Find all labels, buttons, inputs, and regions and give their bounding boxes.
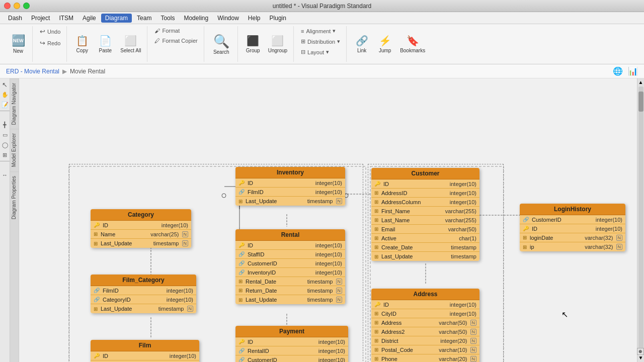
col-icon: ⊞ <box>374 338 378 343</box>
menu-dash[interactable]: Dash <box>4 14 26 23</box>
table-film-body: 🔑IDinteger(10) ⊞LanguageIDinteger(10) ⊞T… <box>91 351 199 362</box>
format-copier-label: Format Copier <box>162 38 197 44</box>
sidebar-fk-tool[interactable]: ↔ <box>1 171 9 179</box>
paste-button[interactable]: 📄 Paste <box>94 27 116 61</box>
bookmarks-button[interactable]: 🔖 Bookmarks <box>397 27 428 61</box>
pk-icon: 🔑 <box>374 181 380 187</box>
pk-icon: 🔑 <box>238 339 245 344</box>
table-category-header: Category <box>91 209 191 221</box>
group-button[interactable]: ⬛ Group <box>242 27 264 61</box>
paste-icon: 📄 <box>99 35 112 47</box>
distribution-button[interactable]: ⊞ Distribution ▾ <box>298 37 343 46</box>
toolbar-icon-right1[interactable]: 🌐 <box>613 66 623 76</box>
col-icon: ⊞ <box>374 226 378 232</box>
undo-button[interactable]: ↩ Undo <box>37 26 63 37</box>
col-icon: ⊞ <box>374 347 378 352</box>
close-button[interactable] <box>4 3 11 9</box>
link-label: Link <box>357 48 366 53</box>
menu-itsm[interactable]: ITSM <box>55 14 77 23</box>
fk-icon: 🔗 <box>238 269 245 275</box>
sidebar-hand-tool[interactable]: ✋ <box>1 90 9 99</box>
col-icon: ⊞ <box>374 217 378 223</box>
table-payment[interactable]: Payment 🔑IDinteger(10) 🔗RentalIDinteger(… <box>235 326 348 362</box>
scroll-thumb[interactable] <box>638 92 643 112</box>
menu-window[interactable]: Window <box>213 14 243 23</box>
scroll-down[interactable]: ▼ <box>638 355 644 361</box>
layout-button[interactable]: ⊟ Layout ▾ <box>298 47 332 57</box>
format-copier-button[interactable]: 🖊 Format Copier <box>151 36 200 45</box>
link-button[interactable]: 🔗 Link <box>351 27 373 61</box>
table-film-category[interactable]: Film_Category 🔗FilmIDinteger(10) 🔗Catego… <box>91 275 196 313</box>
jump-button[interactable]: ⚡ Jump <box>374 27 396 61</box>
toolbar-icon-right2[interactable]: 📊 <box>628 66 638 76</box>
menu-project[interactable]: Project <box>27 14 54 23</box>
scroll-up[interactable]: ▲ <box>638 79 644 85</box>
sidebar-ellipse-tool[interactable]: ◯ <box>1 141 9 149</box>
copy-label: Copy <box>76 48 88 53</box>
panel-tab-diagram-properties[interactable]: Diagram Properties <box>10 171 19 223</box>
breadcrumb-separator: ▶ <box>62 68 67 75</box>
panel-sidebar: Diagram Navigator Model Explorer Diagram… <box>10 78 19 362</box>
table-inventory[interactable]: Inventory 🔑 ID integer(10) 🔗 FilmID inte… <box>235 167 345 206</box>
sidebar-table-tool[interactable]: ⊞ <box>1 151 9 159</box>
sidebar-note-tool[interactable]: 📝 <box>1 101 9 109</box>
sidebar-rect-tool[interactable]: ▭ <box>1 131 9 139</box>
canvas[interactable]: Inventory 🔑 ID integer(10) 🔗 FilmID inte… <box>19 78 637 362</box>
copy-icon: 📋 <box>76 35 89 47</box>
toolbar-group-search: 🔍 Search <box>205 26 238 62</box>
col-icon: ⊞ <box>523 235 527 240</box>
col-icon: ⊞ <box>374 254 378 259</box>
pk-icon: 🔑 <box>238 180 245 186</box>
new-button[interactable]: 🆕 New <box>7 27 29 61</box>
search-button[interactable]: 🔍 Search <box>208 27 234 61</box>
right-scrollbar[interactable]: ▲ ▼ ⊕ <box>637 78 644 362</box>
menu-help[interactable]: Help <box>244 14 265 23</box>
fk-icon: 🔗 <box>238 348 245 353</box>
fk-icon: 🔗 <box>94 288 100 293</box>
sidebar-pointer-tool[interactable]: ↖ <box>1 80 9 88</box>
table-category[interactable]: Category 🔑IDinteger(10) ⊞Namevarchar(25)… <box>91 209 191 248</box>
table-film[interactable]: Film 🔑IDinteger(10) ⊞LanguageIDinteger(1… <box>91 340 199 362</box>
breadcrumb: ERD - Movie Rental ▶ Movie Rental 🌐 📊 <box>0 64 644 78</box>
table-film-category-header: Film_Category <box>91 275 196 286</box>
menu-agile[interactable]: Agile <box>78 14 100 23</box>
minimize-button[interactable] <box>14 3 20 9</box>
maximize-button[interactable] <box>23 3 30 9</box>
table-customer-header: Customer <box>371 168 479 179</box>
table-customer[interactable]: Customer 🔑IDinteger(10) ⊞AddressIDintege… <box>371 168 479 261</box>
col-icon: ⊞ <box>374 311 378 316</box>
alignment-button[interactable]: ≡ Alignment ▾ <box>298 26 339 36</box>
col-icon: ⊞ <box>374 329 378 334</box>
table-loginhistory[interactable]: LoginHistory 🔗CustomerIDinteger(10) 🔑IDi… <box>520 204 625 251</box>
menu-tools[interactable]: Tools <box>156 14 179 23</box>
table-address-body: 🔑IDinteger(10) ⊞CityIDinteger(10) ⊞Addre… <box>371 300 479 362</box>
col-icon: ⊞ <box>374 208 378 214</box>
table-loginhistory-header: LoginHistory <box>520 204 625 215</box>
col-icon: ⊞ <box>523 244 527 250</box>
breadcrumb-root[interactable]: ERD - Movie Rental <box>6 68 59 75</box>
menu-modeling[interactable]: Modeling <box>180 14 212 23</box>
table-inventory-header: Inventory <box>235 167 345 178</box>
redo-button[interactable]: ↪ Redo <box>37 38 63 48</box>
toolbar-group-format: 🖌 Format 🖊 Format Copier <box>148 26 204 62</box>
format-button[interactable]: 🖌 Format <box>151 26 183 35</box>
zoom-icon[interactable]: ⊕ <box>637 348 644 355</box>
cursor: ↖ <box>561 310 568 319</box>
redo-icon: ↪ <box>40 39 45 47</box>
panel-tab-navigator[interactable]: Diagram Navigator <box>10 78 19 129</box>
table-rental[interactable]: Rental 🔑IDinteger(10) 🔗StaffIDinteger(10… <box>235 229 345 304</box>
sidebar-line-tool[interactable]: ╋ <box>1 121 9 129</box>
copy-button[interactable]: 📋 Copy <box>71 27 93 61</box>
menu-diagram[interactable]: Diagram <box>101 14 132 23</box>
redo-label: Redo <box>47 40 60 46</box>
select-all-button[interactable]: ⬜ Select All <box>117 27 144 61</box>
col-icon: ⊞ <box>374 235 378 241</box>
ungroup-button[interactable]: ⬜ Ungroup <box>265 27 290 61</box>
panel-tab-model-explorer[interactable]: Model Explorer <box>10 129 19 171</box>
main: ↖ ✋ 📝 ╋ ▭ ◯ ⊞ ↔ Diagram Navigator Model … <box>0 78 644 362</box>
table-address[interactable]: Address 🔑IDinteger(10) ⊞CityIDinteger(10… <box>371 289 479 362</box>
menu-team[interactable]: Team <box>133 14 155 23</box>
sidebar-separator2 <box>0 161 10 169</box>
menu-plugin[interactable]: Plugin <box>266 14 290 23</box>
col-icon: ⊞ <box>94 231 98 237</box>
